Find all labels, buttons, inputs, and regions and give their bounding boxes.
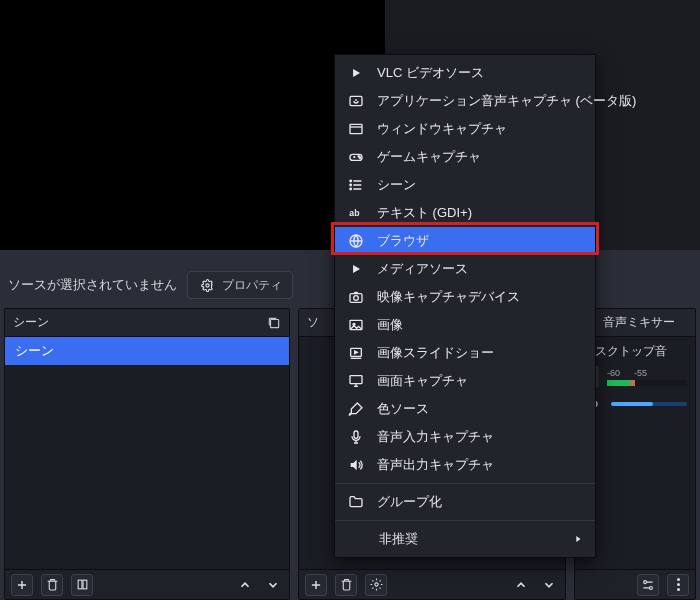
menu-item-window[interactable]: ウィンドウキャプチャ (335, 115, 595, 143)
menu-item-label: アプリケーション音声キャプチャ (ベータ版) (377, 92, 636, 110)
slideshow-icon (347, 344, 365, 362)
menu-item-group[interactable]: グループ化 (335, 488, 595, 516)
menu-item-play[interactable]: VLC ビデオソース (335, 59, 595, 87)
folder-icon (347, 493, 365, 511)
image-icon (347, 316, 365, 334)
menu-item-monitor[interactable]: 画面キャプチャ (335, 367, 595, 395)
menu-item-app-audio[interactable]: アプリケーション音声キャプチャ (ベータ版) (335, 87, 595, 115)
menu-item-image[interactable]: 画像 (335, 311, 595, 339)
move-source-down-button[interactable] (539, 575, 559, 595)
menu-item-label: 画像 (377, 316, 403, 334)
menu-item-label: 音声出力キャプチャ (377, 456, 494, 474)
svg-rect-3 (83, 580, 87, 589)
globe-icon (347, 232, 365, 250)
scene-filters-button[interactable] (71, 574, 93, 596)
remove-scene-button[interactable] (41, 574, 63, 596)
menu-item-label: 画像スライドショー (377, 344, 494, 362)
menu-item-deprecated[interactable]: 非推奨 (335, 525, 595, 553)
popout-icon[interactable] (267, 316, 281, 330)
submenu-arrow-icon (573, 534, 583, 544)
scenes-dock-header[interactable]: シーン (5, 309, 289, 337)
audio-mixer-title: 音声ミキサー (603, 314, 675, 331)
menu-item-label: メディアソース (377, 260, 468, 278)
camera-icon (347, 288, 365, 306)
svg-rect-18 (350, 294, 362, 303)
svg-point-15 (350, 188, 352, 190)
meter-tick: -60 (607, 368, 620, 378)
meter-tick: -55 (634, 368, 647, 378)
menu-item-label: テキスト (GDI+) (377, 204, 472, 222)
mic-icon (347, 428, 365, 446)
app-audio-icon (347, 92, 365, 110)
svg-point-14 (350, 184, 352, 186)
menu-item-slideshow[interactable]: 画像スライドショー (335, 339, 595, 367)
svg-text:ab: ab (349, 208, 359, 218)
gear-icon (198, 276, 216, 294)
menu-item-label: グループ化 (377, 493, 442, 511)
svg-point-7 (649, 586, 652, 589)
monitor-icon (347, 372, 365, 390)
menu-item-label: 画面キャプチャ (377, 372, 468, 390)
svg-point-6 (644, 580, 647, 583)
add-scene-button[interactable] (11, 574, 33, 596)
move-scene-up-button[interactable] (235, 575, 255, 595)
svg-rect-24 (354, 431, 358, 438)
mixer-advanced-button[interactable] (637, 574, 659, 596)
audio-mixer-footer (575, 569, 695, 599)
menu-item-label: 色ソース (377, 400, 429, 418)
brush-icon (347, 400, 365, 418)
svg-rect-2 (78, 580, 82, 589)
no-source-label: ソースが選択されていません (8, 276, 177, 294)
svg-rect-9 (350, 124, 362, 133)
svg-rect-23 (350, 376, 362, 384)
list-icon (347, 176, 365, 194)
menu-item-camera[interactable]: 映像キャプチャデバイス (335, 283, 595, 311)
preview-canvas[interactable] (0, 0, 385, 250)
mixer-channel-label: デスクトップ音 (583, 343, 687, 360)
gamepad-icon (347, 148, 365, 166)
svg-rect-1 (271, 319, 279, 327)
menu-item-speaker[interactable]: 音声出力キャプチャ (335, 451, 595, 479)
svg-point-12 (359, 157, 360, 158)
menu-item-list[interactable]: シーン (335, 171, 595, 199)
menu-item-brush[interactable]: 色ソース (335, 395, 595, 423)
scenes-list: シーン (5, 337, 289, 569)
add-source-context-menu: VLC ビデオソースアプリケーション音声キャプチャ (ベータ版)ウィンドウキャプ… (334, 54, 596, 558)
add-source-button[interactable] (305, 574, 327, 596)
menu-item-label: ウィンドウキャプチャ (377, 120, 507, 138)
source-settings-button[interactable] (365, 574, 387, 596)
scene-item[interactable]: シーン (5, 337, 289, 365)
sources-dock-footer (299, 569, 565, 599)
play-icon (347, 64, 365, 82)
move-scene-down-button[interactable] (263, 575, 283, 595)
svg-point-19 (354, 296, 359, 301)
text-icon: ab (347, 204, 365, 222)
menu-item-text[interactable]: abテキスト (GDI+) (335, 199, 595, 227)
mixer-level-meter (607, 380, 687, 386)
menu-item-globe[interactable]: ブラウザ (335, 227, 595, 255)
menu-item-label: 非推奨 (379, 530, 418, 548)
scenes-dock-footer (5, 569, 289, 599)
scenes-dock-title: シーン (13, 314, 49, 331)
svg-point-13 (350, 180, 352, 182)
svg-point-4 (375, 583, 378, 586)
scenes-dock: シーン シーン (4, 308, 290, 600)
properties-button-label: プロパティ (222, 277, 282, 294)
remove-source-button[interactable] (335, 574, 357, 596)
mixer-menu-button[interactable] (667, 574, 689, 596)
menu-separator (335, 520, 595, 521)
play-icon (347, 260, 365, 278)
sources-dock-title: ソ (307, 314, 319, 331)
properties-button[interactable]: プロパティ (187, 271, 293, 299)
speaker-icon (347, 456, 365, 474)
mixer-volume-slider[interactable] (611, 402, 687, 406)
menu-item-mic[interactable]: 音声入力キャプチャ (335, 423, 595, 451)
menu-separator (335, 483, 595, 484)
menu-item-gamepad[interactable]: ゲームキャプチャ (335, 143, 595, 171)
menu-item-label: ブラウザ (377, 232, 429, 250)
move-source-up-button[interactable] (511, 575, 531, 595)
window-icon (347, 120, 365, 138)
menu-item-play[interactable]: メディアソース (335, 255, 595, 283)
menu-item-label: 映像キャプチャデバイス (377, 288, 520, 306)
svg-point-0 (205, 283, 208, 286)
